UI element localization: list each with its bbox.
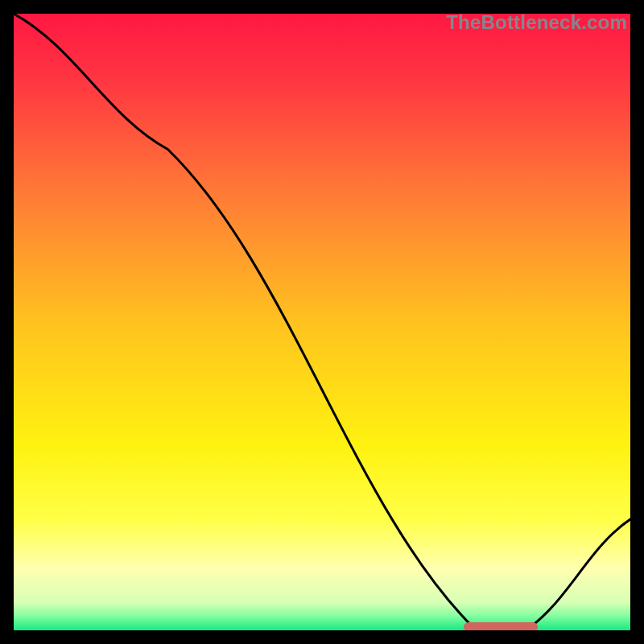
plot-area: TheBottleneck.com: [14, 14, 630, 630]
chart-frame: TheBottleneck.com: [0, 0, 644, 644]
optimal-range-marker: [464, 622, 538, 630]
svg-rect-0: [14, 14, 630, 630]
background-gradient: [14, 14, 630, 630]
watermark-label: TheBottleneck.com: [446, 14, 627, 34]
